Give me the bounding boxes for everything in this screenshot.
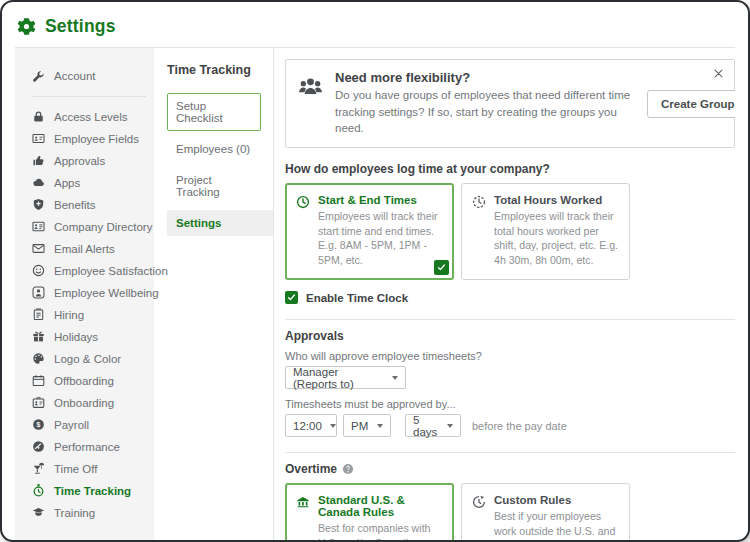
checkbox-check-icon — [285, 291, 298, 304]
sidebar-item[interactable]: Benefits — [32, 194, 146, 216]
log-time-heading: How do employees log time at your compan… — [285, 162, 735, 176]
envelope-icon — [32, 242, 45, 255]
smiley-icon — [32, 264, 45, 277]
settings-content: Need more flexibility? Do you have group… — [274, 48, 735, 541]
sidebar-item[interactable]: Company Directory — [32, 216, 146, 238]
time-select[interactable]: 12:00 — [285, 414, 337, 437]
enable-time-clock-checkbox[interactable]: Enable Time Clock — [285, 291, 735, 304]
shield-plus-icon — [32, 198, 45, 211]
sidebar-item[interactable]: Offboarding — [32, 370, 146, 392]
id-card-icon — [32, 132, 45, 145]
sidebar-item[interactable]: Employee Fields — [32, 128, 146, 150]
wrench-icon — [32, 70, 45, 83]
approver-value: Manager (Reports to) — [293, 366, 384, 390]
meridiem-select[interactable]: PM — [343, 414, 391, 437]
days-value: 5 days — [413, 414, 439, 438]
sidebar-item[interactable]: Training — [32, 502, 146, 524]
check-icon — [434, 260, 449, 275]
sidebar-item-label: Approvals — [54, 155, 105, 167]
option-title: Total Hours Worked — [494, 194, 620, 206]
meridiem-value: PM — [351, 420, 368, 432]
create-group-button[interactable]: Create Group — [647, 90, 735, 118]
gear-icon — [17, 17, 36, 36]
time-tracking-subnav: Time Tracking Setup Checklist Employees … — [154, 48, 274, 541]
sidebar-item-label: Performance — [54, 441, 120, 453]
option-description: Best for companies with U.S. and/or Cana… — [318, 521, 444, 541]
approver-question: Who will approve employee timesheets? — [285, 350, 735, 362]
deadline-label: Timesheets must be approved by... — [285, 398, 735, 410]
sidebar-item-label: Time Tracking — [54, 485, 131, 497]
sidebar-item-label: Logo & Color — [54, 353, 121, 365]
divider — [285, 452, 735, 453]
option-description: Best if your employees work outside the … — [494, 509, 620, 541]
sidebar-item[interactable]: Employee Wellbeing — [32, 282, 146, 304]
sidebar-item[interactable]: Approvals — [32, 150, 146, 172]
option-description: Employees will track their start time an… — [318, 209, 444, 267]
log-time-option-card[interactable]: Total Hours Worked Employees will track … — [461, 183, 630, 280]
sidebar-item[interactable]: Employee Satisfaction — [32, 260, 146, 282]
banner-body: Do you have groups of employees that nee… — [335, 87, 635, 137]
sidebar-item-label: Account — [54, 70, 96, 82]
person-square-icon — [32, 286, 45, 299]
sidebar-item[interactable]: Account — [32, 65, 146, 97]
sidebar-item-label: Benefits — [54, 199, 96, 211]
sidebar-item[interactable]: Performance — [32, 436, 146, 458]
chevron-down-icon — [377, 424, 383, 428]
approvals-heading: Approvals — [285, 329, 735, 343]
sidebar-item[interactable]: Holidays — [32, 326, 146, 348]
bank-icon — [296, 495, 310, 541]
option-title: Standard U.S. & Canada Rules — [318, 494, 444, 518]
subnav-item-label: Employees (0) — [176, 143, 250, 155]
layout: Account Access Levels Employee Fields Ap… — [15, 47, 735, 541]
time-value: 12:00 — [293, 420, 322, 432]
banner-title: Need more flexibility? — [335, 70, 635, 85]
days-select[interactable]: 5 days — [405, 414, 461, 437]
sidebar-item[interactable]: Logo & Color — [32, 348, 146, 370]
sidebar-item[interactable]: Onboarding — [32, 392, 146, 414]
thumbs-up-icon — [32, 154, 45, 167]
overtime-options: Standard U.S. & Canada Rules Best for co… — [285, 483, 735, 541]
subnav-item[interactable]: Project Tracking — [167, 167, 261, 205]
subnav-item[interactable]: Setup Checklist — [167, 93, 261, 131]
sidebar-item[interactable]: Email Alerts — [32, 238, 146, 260]
approver-select[interactable]: Manager (Reports to) — [285, 366, 406, 389]
subnav-title: Time Tracking — [167, 63, 273, 77]
sidebar-item[interactable]: Time Tracking — [32, 480, 146, 502]
overtime-option-card[interactable]: Custom Rules Best if your employees work… — [461, 483, 630, 541]
chevron-down-icon — [330, 424, 336, 428]
close-icon[interactable] — [713, 68, 724, 79]
svg-text:$: $ — [37, 421, 41, 429]
sidebar-item-label: Time Off — [54, 463, 97, 475]
overtime-option-card[interactable]: Standard U.S. & Canada Rules Best for co… — [285, 483, 454, 541]
sidebar-item[interactable]: Apps — [32, 172, 146, 194]
tropical-drink-icon — [32, 462, 45, 475]
subnav-item-label: Setup Checklist — [176, 100, 223, 124]
calendar-icon — [32, 374, 45, 387]
stopwatch-icon — [32, 484, 45, 497]
sidebar-item[interactable]: Hiring — [32, 304, 146, 326]
sidebar-item[interactable]: $ Payroll — [32, 414, 146, 436]
clipboard-icon — [32, 308, 45, 321]
deadline-suffix: before the pay date — [472, 420, 567, 432]
subnav-item-label: Project Tracking — [176, 174, 220, 198]
gift-icon — [32, 330, 45, 343]
sidebar-item-label: Email Alerts — [54, 243, 115, 255]
checkbox-label: Enable Time Clock — [306, 292, 408, 304]
sidebar-item-label: Training — [54, 507, 95, 519]
sidebar-item-label: Employee Fields — [54, 133, 139, 145]
help-icon[interactable] — [342, 463, 354, 475]
settings-window: Settings Account Access Levels Employee … — [0, 0, 750, 542]
gauge-icon — [32, 440, 45, 453]
subnav-item[interactable]: Settings — [167, 210, 273, 236]
page-title: Settings — [45, 16, 116, 37]
subnav-item[interactable]: Employees (0) — [167, 136, 261, 162]
sidebar-item[interactable]: Time Off — [32, 458, 146, 480]
people-group-icon — [298, 74, 323, 99]
chevron-down-icon — [447, 424, 453, 428]
log-time-option-card[interactable]: Start & End Times Employees will track t… — [285, 183, 454, 280]
id-badge-icon — [32, 396, 45, 409]
log-time-options: Start & End Times Employees will track t… — [285, 183, 735, 280]
sidebar-item-label: Employee Wellbeing — [54, 287, 159, 299]
sidebar-item[interactable]: Access Levels — [32, 106, 146, 128]
settings-sidebar: Account Access Levels Employee Fields Ap… — [15, 48, 154, 541]
